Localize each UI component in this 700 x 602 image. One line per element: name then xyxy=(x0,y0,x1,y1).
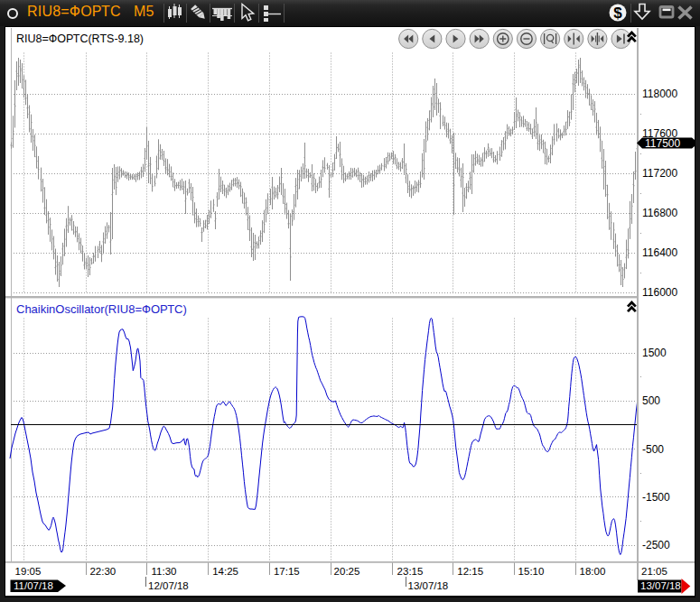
svg-text:117500: 117500 xyxy=(645,137,680,150)
svg-text:-500: -500 xyxy=(642,443,664,456)
svg-text:20:25: 20:25 xyxy=(334,566,360,577)
svg-text:$: $ xyxy=(613,5,622,22)
svg-text:ChaikinOscillator(RIU8=ФОРТС): ChaikinOscillator(RIU8=ФОРТС) xyxy=(16,302,187,316)
svg-text:11:30: 11:30 xyxy=(152,566,177,577)
svg-text:14:25: 14:25 xyxy=(212,566,238,577)
svg-text:11/07/18: 11/07/18 xyxy=(14,580,53,591)
svg-text:116000: 116000 xyxy=(642,286,677,299)
svg-text:118000: 118000 xyxy=(642,88,677,100)
svg-text:500: 500 xyxy=(642,394,660,407)
svg-text:13/07/18: 13/07/18 xyxy=(640,580,681,591)
svg-text:19:05: 19:05 xyxy=(15,566,42,577)
svg-text:13/07/18: 13/07/18 xyxy=(408,580,449,591)
svg-text:23:15: 23:15 xyxy=(397,566,424,577)
svg-text:-2500: -2500 xyxy=(642,539,670,551)
svg-text:12/07/18: 12/07/18 xyxy=(148,580,189,591)
svg-text:22:30: 22:30 xyxy=(89,566,116,577)
svg-text:21:05: 21:05 xyxy=(641,566,667,577)
svg-text:1500: 1500 xyxy=(642,347,667,359)
svg-text:17:15: 17:15 xyxy=(274,566,300,577)
svg-text:117200: 117200 xyxy=(642,167,677,180)
svg-text:15:10: 15:10 xyxy=(518,566,545,577)
svg-text:18:00: 18:00 xyxy=(580,566,606,577)
svg-text:116800: 116800 xyxy=(642,207,677,219)
svg-text:RIU8=ФОРТС(RTS-9.18): RIU8=ФОРТС(RTS-9.18) xyxy=(16,32,144,45)
svg-text:116400: 116400 xyxy=(642,246,677,259)
svg-text:-1500: -1500 xyxy=(642,491,670,504)
svg-text:12:15: 12:15 xyxy=(457,566,483,577)
